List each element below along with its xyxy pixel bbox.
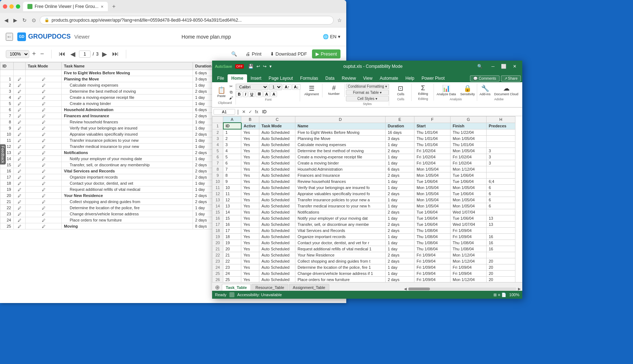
cell-F[interactable]: Mon 1/05/04: [414, 197, 450, 203]
cell-G[interactable]: Tue 1/06/04: [450, 179, 487, 185]
cell-A[interactable]: 18: [223, 234, 241, 240]
cell-G[interactable]: Mon 1/05/04: [450, 136, 487, 142]
cell-E[interactable]: 1 day: [386, 154, 414, 160]
cell-G[interactable]: Fri 1/09/04: [450, 264, 487, 271]
format-painter-button[interactable]: 🖌: [228, 95, 234, 100]
cell-D[interactable]: Determine the best method of moving: [295, 148, 386, 154]
italic-button[interactable]: I: [243, 91, 248, 97]
cell-F[interactable]: Fri 1/09/04: [414, 277, 450, 282]
feedback-button[interactable]: Feedback: [0, 144, 6, 165]
zoom-in-button[interactable]: +: [31, 49, 38, 58]
cell-D[interactable]: Transfer medical insurance to your new h: [295, 203, 386, 209]
cell-C[interactable]: Auto Scheduled: [259, 191, 295, 197]
cell-C[interactable]: Auto Scheduled: [259, 209, 295, 215]
comments-button[interactable]: 💬 Comments: [470, 75, 499, 82]
cell-C[interactable]: Auto Scheduled: [259, 258, 295, 264]
cell-E[interactable]: Duration: [386, 123, 414, 129]
cell-E[interactable]: 1 day: [386, 246, 414, 252]
cell-B[interactable]: Yes: [241, 142, 259, 148]
cell-F[interactable]: Mon 1/05/04: [414, 185, 450, 191]
cell-H[interactable]: 3: [487, 148, 515, 154]
cell-D[interactable]: Finances and Insurance: [295, 172, 386, 179]
excel-qat-more[interactable]: ▾: [269, 64, 272, 69]
cell-C[interactable]: Auto Scheduled: [259, 179, 295, 185]
cell-D[interactable]: Appraise valuables specifically insured …: [295, 191, 386, 197]
cell-G[interactable]: Tue 1/06/04: [450, 172, 487, 179]
cell-H[interactable]: [487, 228, 515, 234]
cell-E[interactable]: 1 day: [386, 179, 414, 185]
insert-function-button[interactable]: fx: [254, 109, 259, 114]
last-page-button[interactable]: ⏭: [111, 49, 120, 58]
copy-button[interactable]: ⧉: [228, 89, 234, 95]
sheet-tab-task-table[interactable]: Task_Table: [222, 284, 251, 291]
cell-F[interactable]: Mon 1/05/04: [414, 172, 450, 179]
cell-E[interactable]: 3 days: [386, 136, 414, 142]
cell-B[interactable]: Active: [241, 123, 259, 129]
cell-H[interactable]: 20: [487, 277, 515, 282]
cell-D[interactable]: Calculate moving expenses: [295, 142, 386, 148]
tab-data[interactable]: Data: [322, 74, 338, 82]
cell-A[interactable]: 20: [223, 246, 241, 252]
cell-A[interactable]: 12: [223, 197, 241, 203]
cell-F[interactable]: Start: [414, 123, 450, 129]
cell-H[interactable]: 3: [487, 160, 515, 166]
cell-E[interactable]: 2 days: [386, 172, 414, 179]
cell-H[interactable]: 20: [487, 258, 515, 264]
cell-D[interactable]: Verify that your belongings are insured …: [295, 185, 386, 191]
cell-G[interactable]: Mon 1/12/04: [450, 166, 487, 172]
cell-A[interactable]: 7: [223, 166, 241, 172]
cell-C[interactable]: Auto Scheduled: [259, 129, 295, 136]
cell-B[interactable]: Yes: [241, 136, 259, 142]
cell-D[interactable]: Household Administration: [295, 166, 386, 172]
cell-G[interactable]: Tue 1/06/04: [450, 191, 487, 197]
cell-D[interactable]: Vital Services and Records: [295, 228, 386, 234]
cell-C[interactable]: Auto Scheduled: [259, 197, 295, 203]
cell-D[interactable]: Create a moving-expense receipt file: [295, 154, 386, 160]
cell-H[interactable]: 6;4: [487, 179, 515, 185]
cell-E[interactable]: 1 day: [386, 264, 414, 271]
cell-F[interactable]: Thu 1/08/04: [414, 228, 450, 234]
cell-E[interactable]: 2 days: [386, 258, 414, 264]
cell-H[interactable]: [487, 129, 515, 136]
cell-F[interactable]: Tue 1/06/04: [414, 222, 450, 228]
cell-F[interactable]: Thu 1/08/04: [414, 246, 450, 252]
cell-G[interactable]: Thu 1/08/04: [450, 240, 487, 246]
cell-G[interactable]: Mon 1/05/04: [450, 197, 487, 203]
cell-C[interactable]: Auto Scheduled: [259, 252, 295, 258]
cell-C[interactable]: Auto Scheduled: [259, 142, 295, 148]
col-header-E[interactable]: E: [386, 117, 414, 123]
next-page-button[interactable]: ▶: [101, 49, 109, 59]
present-button[interactable]: ▶ Present: [312, 49, 340, 58]
cell-C[interactable]: Auto Scheduled: [259, 203, 295, 209]
maximize-dot[interactable]: [16, 4, 20, 9]
add-ins-button[interactable]: 🔧 Add-ins: [478, 84, 492, 97]
scroll-left-button[interactable]: ◀: [404, 287, 407, 291]
cell-G[interactable]: Wed 1/07/04: [450, 209, 487, 215]
cell-A[interactable]: 10: [223, 185, 241, 191]
cell-G[interactable]: Thu 1/01/04: [450, 142, 487, 148]
cell-E[interactable]: 1 day: [386, 197, 414, 203]
cell-B[interactable]: Yes: [241, 258, 259, 264]
col-header-B[interactable]: B: [241, 117, 259, 123]
nav-home-button[interactable]: ⊙: [30, 17, 38, 24]
cell-B[interactable]: Yes: [241, 185, 259, 191]
cell-B[interactable]: Yes: [241, 271, 259, 277]
cell-H[interactable]: 13: [487, 215, 515, 222]
document-cloud-button[interactable]: ☁ Document Cloud: [493, 84, 520, 97]
cell-B[interactable]: Yes: [241, 264, 259, 271]
cell-F[interactable]: Fri 1/02/04: [414, 154, 450, 160]
cell-B[interactable]: Yes: [241, 160, 259, 166]
cell-H[interactable]: 13: [487, 222, 515, 228]
cell-C[interactable]: Auto Scheduled: [259, 172, 295, 179]
cell-H[interactable]: [487, 142, 515, 148]
cell-A[interactable]: 16: [223, 222, 241, 228]
cell-G[interactable]: Mon 1/05/04: [450, 148, 487, 154]
cell-C[interactable]: Auto Scheduled: [259, 160, 295, 166]
cell-B[interactable]: Yes: [241, 154, 259, 160]
cell-A[interactable]: 23: [223, 264, 241, 271]
cell-D[interactable]: Change drivers/vehicle license address i…: [295, 271, 386, 277]
cell-A[interactable]: 13: [223, 203, 241, 209]
excel-redo-icon[interactable]: ↪: [263, 64, 267, 69]
cell-C[interactable]: Auto Scheduled: [259, 136, 295, 142]
tab-formulas[interactable]: Formulas: [296, 74, 322, 82]
